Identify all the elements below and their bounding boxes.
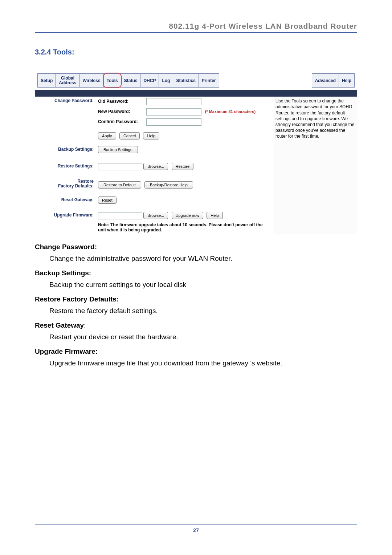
label-reset-gateway: Reset Gateway: <box>35 190 96 205</box>
tab-help[interactable]: Help <box>339 73 355 88</box>
restore-file-input[interactable] <box>98 163 142 170</box>
desc-upgrade-firmware-t: Upgrade firmware image file that you dow… <box>49 359 357 367</box>
tab-global-address[interactable]: Global Address <box>56 73 79 88</box>
tab-bar: Setup Global Address Wireless Tools Stat… <box>35 71 357 90</box>
restore-browse-button[interactable]: Browse... <box>143 163 168 170</box>
tab-dhcp[interactable]: DHCP <box>140 73 159 88</box>
upgrade-now-button[interactable]: Upgrade now <box>172 212 203 219</box>
restore-button[interactable]: Restore <box>172 163 194 170</box>
label-restore-defaults: Restore Factory Defaults: <box>35 172 96 190</box>
apply-button[interactable]: Apply <box>98 132 116 139</box>
screenshot-tools-page: Setup Global Address Wireless Tools Stat… <box>35 71 357 234</box>
label-upgrade-firmware: Upgrade Firmware: <box>35 205 96 221</box>
label-backup-settings: Backup Settings: <box>35 141 96 155</box>
reset-button[interactable]: Reset <box>98 197 117 204</box>
tab-printer[interactable]: Printer <box>199 73 219 88</box>
max-chars-hint: (* Maximum 31 characters) <box>205 109 256 114</box>
desc-change-password-h: Change Password: <box>35 243 357 251</box>
tab-advanced[interactable]: Advanced <box>312 73 339 88</box>
desc-backup-settings-h: Backup Settings: <box>35 269 357 277</box>
section-heading: 3.2.4 Tools: <box>35 48 357 56</box>
desc-change-password-t: Change the administrative password for y… <box>49 255 357 263</box>
page-title: 802.11g 4-Port Wireless LAN Broadband Ro… <box>35 22 357 31</box>
desc-reset-gateway-colon: : <box>84 321 86 329</box>
page-number: 27 <box>35 527 357 533</box>
tab-log[interactable]: Log <box>159 73 173 88</box>
firmware-note: Note: The firmware upgrade takes about 1… <box>96 221 274 234</box>
desc-upgrade-firmware-h: Upgrade Firmware: <box>35 348 357 356</box>
backup-restore-help-button[interactable]: Backup/Restore Help <box>144 181 193 189</box>
firmware-help-button[interactable]: Help <box>207 212 223 219</box>
tab-global-address-line1: Global <box>61 76 74 81</box>
backup-settings-button[interactable]: Backup Settings <box>98 146 138 153</box>
label-new-password: New Password: <box>98 109 145 114</box>
firmware-file-input[interactable] <box>98 212 142 219</box>
dark-strip <box>35 90 357 97</box>
label-confirm-password: Confirm Password: <box>98 119 145 124</box>
desc-backup-settings-t: Backup the current settings to your loca… <box>49 281 357 289</box>
header-rule <box>35 32 357 33</box>
desc-reset-gateway-h: Reset Gateway: <box>35 321 357 329</box>
tab-tools-label: Tools <box>107 78 118 83</box>
tab-tools[interactable]: Tools <box>104 73 121 88</box>
tab-setup[interactable]: Setup <box>37 73 56 88</box>
desc-reset-gateway-t: Restart your device or reset the hardwar… <box>49 333 357 341</box>
label-change-password: Change Password: <box>35 97 96 141</box>
help-panel-text: Use the Tools screen to change the admin… <box>274 97 357 234</box>
desc-restore-defaults-h: Restore Factory Defaults: <box>35 295 357 303</box>
restore-default-button[interactable]: Restore to Default <box>98 181 141 189</box>
tab-status[interactable]: Status <box>121 73 141 88</box>
tools-form: Change Password: Old Password: New Passw… <box>35 97 274 234</box>
tab-global-address-line2: Address <box>59 81 76 85</box>
label-restore-settings: Restore Settings: <box>35 155 96 172</box>
descriptions: Change Password: Change the administrati… <box>35 243 357 367</box>
label-old-password: Old Password: <box>98 99 145 104</box>
desc-reset-gateway-h-text: Reset Gateway <box>35 321 84 329</box>
cancel-button[interactable]: Cancel <box>119 132 140 139</box>
new-password-input[interactable] <box>146 108 201 116</box>
tab-statistics[interactable]: Statistics <box>173 73 199 88</box>
firmware-browse-button[interactable]: Browse... <box>143 212 168 219</box>
tab-wireless[interactable]: Wireless <box>79 73 103 88</box>
desc-restore-defaults-t: Restore the factory default settings. <box>49 307 357 315</box>
help-button[interactable]: Help <box>143 132 159 139</box>
confirm-password-input[interactable] <box>146 118 201 126</box>
old-password-input[interactable] <box>146 98 201 105</box>
footer-rule <box>35 524 357 524</box>
